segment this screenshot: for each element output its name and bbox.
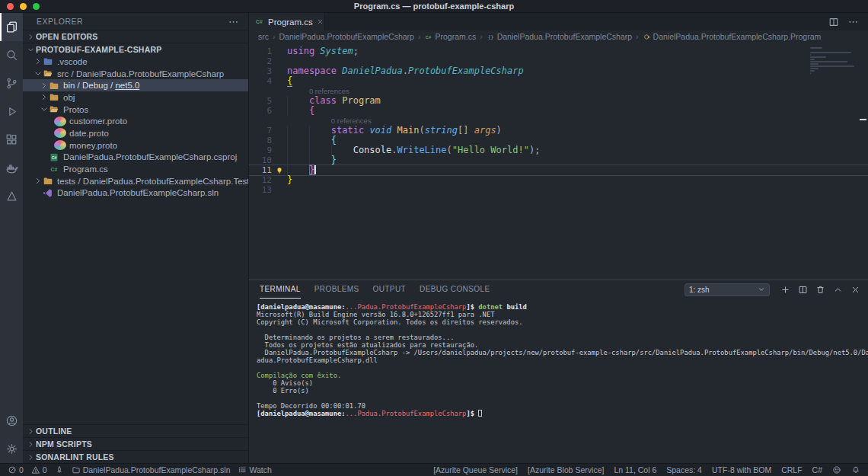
panel-tab-problems[interactable]: PROBLEMS [314, 280, 359, 299]
tab-program-cs[interactable]: C# Program.cs [249, 13, 325, 30]
window-controls [7, 3, 40, 10]
status-watch[interactable]: Watch [238, 465, 271, 474]
tab-close-icon[interactable] [317, 18, 324, 25]
activity-item-search[interactable] [0, 41, 23, 69]
section-open-editors[interactable]: OPEN EDITORS [23, 30, 248, 43]
breadcrumb: src›DanielPadua.ProtobufExampleCsharp›C#… [249, 30, 868, 43]
line-number[interactable]: 6 [249, 106, 272, 116]
terminal-line [257, 326, 868, 334]
terminal-line: Tempo Decorrido 00:00:01.70 [257, 402, 868, 410]
line-number[interactable]: 5 [249, 96, 272, 106]
line-number[interactable]: 1 [249, 46, 272, 56]
status-azurite-blob-service[interactable]: [Azurite Blob Service] [528, 465, 604, 474]
breadcrumb-item[interactable]: C#Program.cs [424, 32, 476, 41]
code-line-12: 12} [249, 175, 868, 185]
status-problems-warnings[interactable]: 0 [31, 465, 47, 474]
status-notifications[interactable] [851, 465, 860, 474]
explorer-header: EXPLORER ⋯ [23, 13, 248, 30]
panel-tab-debug-console[interactable]: DEBUG CONSOLE [420, 280, 490, 299]
status-cursor-position[interactable]: Ln 11, Col 6 [614, 465, 656, 474]
tree-item-customer-proto[interactable]: customer.proto [23, 115, 248, 127]
minimize-window-button[interactable] [20, 3, 27, 10]
line-number[interactable]: 4 [249, 76, 272, 86]
status-feedback[interactable] [832, 465, 841, 474]
split-editor-icon[interactable] [828, 17, 839, 27]
csharp-file-icon: C# [254, 17, 264, 27]
status-azurite-queue-service[interactable]: [Azurite Queue Service] [433, 465, 518, 474]
line-number[interactable]: 11 [249, 165, 272, 175]
tree-item-sln[interactable]: DanielPadua.ProtobufExampleCsharp.sln [23, 187, 248, 200]
close-panel-icon[interactable] [850, 285, 860, 295]
status-encoding-label: UTF-8 with BOM [712, 465, 771, 474]
split-terminal-icon[interactable] [798, 285, 808, 295]
breadcrumb-item[interactable]: DanielPadua.ProtobufExampleCsharp [279, 32, 414, 41]
shell-selector[interactable]: 1: zsh [685, 283, 770, 296]
breadcrumb-item[interactable]: DanielPadua.ProtobufExampleCsharp.Progra… [643, 32, 822, 41]
section-project[interactable]: PROTOBUF-EXAMPLE-CSHARP [23, 43, 248, 56]
activity-bar [0, 13, 23, 463]
activity-item-extensions[interactable] [0, 126, 23, 154]
tree-item-obj[interactable]: obj [23, 91, 248, 104]
new-terminal-icon[interactable] [780, 285, 790, 295]
activity-item-azure[interactable] [0, 182, 23, 210]
code-text: Console.WriteLine("Hello World!"); [287, 145, 868, 155]
explorer-more-actions-icon[interactable]: ⋯ [228, 16, 239, 27]
chevron-down-icon [25, 46, 36, 54]
line-number[interactable]: 9 [249, 145, 272, 155]
tree-item-src-danielpadua-protobufexamplecsharp[interactable]: src / DanielPadua.ProtobufExampleCsharp [23, 68, 248, 80]
breadcrumb-item[interactable]: {}DanielPadua.ProtobufExampleCsharp [487, 32, 632, 41]
rocket-icon [55, 465, 64, 474]
tree-item-csproj[interactable]: C#DanielPadua.ProtobufExampleCsharp.cspr… [23, 152, 248, 164]
line-number[interactable]: 12 [249, 175, 272, 185]
section-sonarlint-rules[interactable]: SONARLINT RULES [23, 450, 248, 463]
line-number[interactable]: 13 [249, 185, 272, 195]
tree-item-vscode[interactable]: .vscode [23, 56, 248, 68]
tree-chevron [38, 92, 48, 102]
panel-tab-output[interactable]: OUTPUT [373, 280, 407, 299]
close-window-button[interactable] [7, 3, 14, 10]
line-number[interactable]: 3 [249, 66, 272, 76]
tree-item-tests[interactable]: tests / DanielPadua.ProtobufExampleCshar… [23, 175, 248, 187]
line-number[interactable]: 2 [249, 56, 272, 66]
activity-item-run-debug[interactable] [0, 97, 23, 126]
section-outline[interactable]: OUTLINE [23, 424, 248, 437]
terminal-output[interactable]: [danielpadua@masamune:...Padua.ProtobufE… [249, 299, 868, 463]
code-text: } [287, 155, 868, 165]
terminal-line: Todos os projetos estão atualizados para… [257, 341, 868, 349]
ext-icon [5, 133, 18, 146]
activity-item-docker[interactable] [0, 154, 23, 182]
breadcrumb-item[interactable]: src [258, 32, 269, 41]
status-encoding[interactable]: UTF-8 with BOM [712, 465, 771, 474]
status-solution[interactable]: DanielPadua.ProtobufExampleCsharp.sln [72, 465, 231, 474]
proto-icon [54, 117, 66, 126]
tree-item-program-cs[interactable]: C#Program.cs [23, 163, 248, 175]
zoom-window-button[interactable] [33, 3, 40, 10]
kill-terminal-icon[interactable] [815, 285, 825, 295]
line-number[interactable]: 10 [249, 155, 272, 165]
activity-item-explorer[interactable] [0, 13, 23, 41]
line-number[interactable]: 7 [249, 126, 272, 136]
editor-more-actions-icon[interactable]: ⋯ [848, 16, 859, 27]
tree-item-money-proto[interactable]: money.proto [23, 139, 248, 152]
status-indentation[interactable]: Spaces: 4 [666, 465, 702, 474]
minimap[interactable] [810, 47, 856, 77]
activity-item-settings[interactable] [0, 435, 23, 463]
svg-text:{}: {} [487, 34, 493, 40]
activity-item-source-control[interactable] [0, 69, 23, 97]
code-editor[interactable]: 1using System;23namespace DanielPadua.Pr… [249, 43, 868, 280]
folder-icon [48, 92, 60, 102]
status-rocket[interactable] [55, 465, 64, 474]
status-eol[interactable]: CRLF [781, 465, 802, 474]
tree-item-date-proto[interactable]: date.proto [23, 127, 248, 139]
maximize-panel-icon[interactable] [833, 285, 843, 295]
chevron-right-icon [25, 440, 36, 449]
line-number[interactable]: 8 [249, 136, 272, 145]
activity-item-accounts[interactable] [0, 407, 23, 435]
status-cursor-position-label: Ln 11, Col 6 [614, 465, 656, 474]
status-problems-errors[interactable]: 0 [8, 465, 24, 474]
tree-item-bin-debug-net5-0[interactable]: bin / Debug / net5.0 [23, 79, 248, 91]
status-language-mode[interactable]: C# [812, 465, 822, 474]
section-npm-scripts[interactable]: NPM SCRIPTS [23, 437, 248, 450]
tree-item-protos[interactable]: Protos [23, 104, 248, 116]
panel-tab-terminal[interactable]: TERMINAL [260, 280, 301, 299]
